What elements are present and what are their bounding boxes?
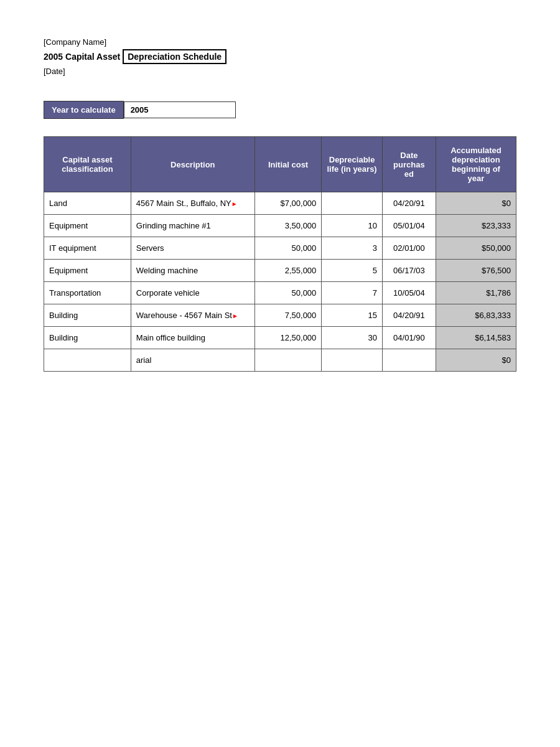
table-body: Land4567 Main St., Buffalo, NY►$7,00,000…: [44, 192, 516, 372]
cell-date_purchased: 10/05/04: [382, 282, 436, 304]
cell-date_purchased: 04/20/91: [382, 192, 436, 215]
cell-classification: [44, 349, 131, 372]
cell-initial_cost: [254, 349, 322, 372]
col-header-initial-cost: Initial cost: [254, 137, 322, 192]
company-name: [Company Name]: [44, 37, 516, 47]
cell-depr_life: [322, 349, 383, 372]
cell-initial_cost: 50,000: [254, 282, 322, 304]
cell-depr_life: 5: [322, 260, 383, 282]
cell-accum_depr: $0: [436, 192, 516, 215]
table-row: EquipmentWelding machine2,55,000506/17/0…: [44, 260, 516, 282]
date-label: [Date]: [44, 67, 516, 76]
col-header-depr-life: Depreciablelife (in years): [322, 137, 383, 192]
cell-depr_life: [322, 192, 383, 215]
cell-classification: Building: [44, 327, 131, 349]
cell-description: Corporate vehicle: [131, 282, 254, 304]
cell-classification: Building: [44, 304, 131, 327]
cell-description: Servers: [131, 237, 254, 260]
cell-description: Welding machine: [131, 260, 254, 282]
table-row: BuildingMain office building12,50,000300…: [44, 327, 516, 349]
table-row: TransportationCorporate vehicle50,000710…: [44, 282, 516, 304]
cell-accum_depr: $50,000: [436, 237, 516, 260]
year-input[interactable]: [124, 101, 236, 118]
col-header-date-purchased: Datepurchased: [382, 137, 436, 192]
cell-accum_depr: $0: [436, 349, 516, 372]
title-part2-boxed: Depreciation Schedule: [123, 49, 226, 64]
cell-date_purchased: 06/17/03: [382, 260, 436, 282]
header-section: [Company Name] 2005 Capital Asset Deprec…: [44, 37, 516, 76]
col-header-description: Description: [131, 137, 254, 192]
cell-date_purchased: 02/01/00: [382, 237, 436, 260]
cell-accum_depr: $23,333: [436, 215, 516, 237]
cell-depr_life: 15: [322, 304, 383, 327]
cell-accum_depr: $6,83,333: [436, 304, 516, 327]
table-row: BuildingWarehouse - 4567 Main St►7,50,00…: [44, 304, 516, 327]
cell-accum_depr: $1,786: [436, 282, 516, 304]
cell-classification: Land: [44, 192, 131, 215]
col-header-classification: Capital assetclassification: [44, 137, 131, 192]
cell-accum_depr: $6,14,583: [436, 327, 516, 349]
depreciation-table: Capital assetclassification Description …: [44, 136, 516, 372]
cell-date_purchased: [382, 349, 436, 372]
cell-description: arial: [131, 349, 254, 372]
cell-description: Warehouse - 4567 Main St►: [131, 304, 254, 327]
table-row: IT equipmentServers50,000302/01/00$50,00…: [44, 237, 516, 260]
title-part1: 2005 Capital Asset: [44, 52, 120, 62]
table-row: arial$0: [44, 349, 516, 372]
cell-initial_cost: 3,50,000: [254, 215, 322, 237]
cell-description: Main office building: [131, 327, 254, 349]
cell-initial_cost: 50,000: [254, 237, 322, 260]
cell-initial_cost: $7,00,000: [254, 192, 322, 215]
table-row: EquipmentGrinding machine #13,50,0001005…: [44, 215, 516, 237]
year-label: Year to calculate: [44, 101, 124, 119]
cell-depr_life: 30: [322, 327, 383, 349]
cell-classification: Equipment: [44, 215, 131, 237]
cell-initial_cost: 7,50,000: [254, 304, 322, 327]
year-section: Year to calculate: [44, 101, 516, 119]
cell-classification: IT equipment: [44, 237, 131, 260]
cell-description: Grinding machine #1: [131, 215, 254, 237]
table-row: Land4567 Main St., Buffalo, NY►$7,00,000…: [44, 192, 516, 215]
cell-depr_life: 7: [322, 282, 383, 304]
schedule-title: 2005 Capital Asset Depreciation Schedule: [44, 49, 516, 64]
cell-classification: Transportation: [44, 282, 131, 304]
cell-depr_life: 10: [322, 215, 383, 237]
cell-initial_cost: 12,50,000: [254, 327, 322, 349]
cell-description: 4567 Main St., Buffalo, NY►: [131, 192, 254, 215]
cell-date_purchased: 05/01/04: [382, 215, 436, 237]
cell-date_purchased: 04/20/91: [382, 304, 436, 327]
table-header-row: Capital assetclassification Description …: [44, 137, 516, 192]
col-header-accum-depr: Accumulateddepreciationbeginning ofyear: [436, 137, 516, 192]
cell-accum_depr: $76,500: [436, 260, 516, 282]
cell-depr_life: 3: [322, 237, 383, 260]
cell-initial_cost: 2,55,000: [254, 260, 322, 282]
cell-classification: Equipment: [44, 260, 131, 282]
cell-date_purchased: 04/01/90: [382, 327, 436, 349]
